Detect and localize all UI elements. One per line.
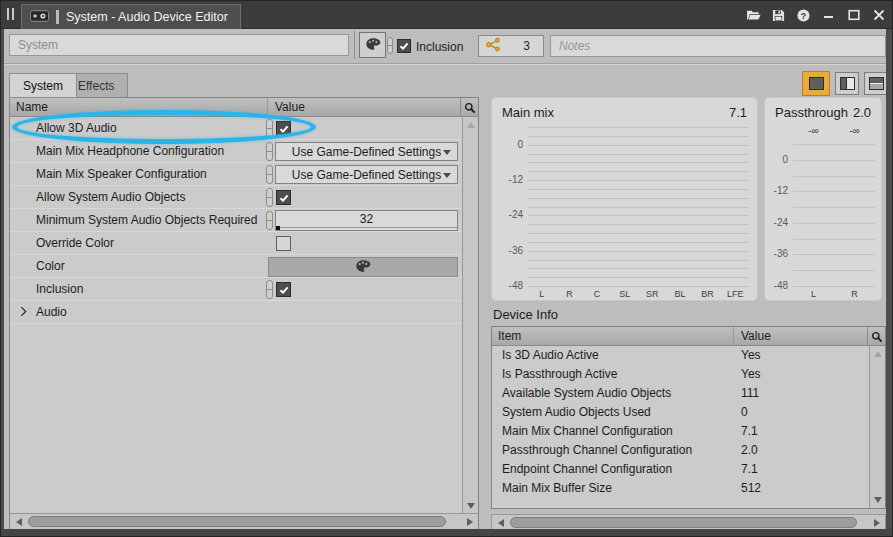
tab-system[interactable]: System — [9, 73, 77, 98]
property-number-field[interactable]: 32 — [275, 210, 458, 231]
color-value-button[interactable] — [268, 257, 458, 277]
maximize-icon[interactable] — [846, 8, 861, 23]
property-name: Audio — [36, 305, 67, 319]
property-row[interactable]: Main Mix Speaker ConfigurationUse Game-D… — [10, 163, 462, 186]
device-info-row: Passthrough Channel Configuration2.0 — [492, 441, 869, 460]
search-button[interactable] — [867, 327, 885, 346]
property-row[interactable]: Inclusion — [10, 278, 462, 301]
search-button[interactable] — [460, 98, 478, 117]
open-folder-icon[interactable] — [746, 8, 761, 23]
meter-gridline — [528, 162, 749, 163]
meter-title: Passthrough — [775, 105, 848, 120]
meter-gridline — [528, 180, 749, 181]
expand-chevron-icon[interactable] — [20, 306, 27, 320]
property-checkbox[interactable] — [276, 236, 291, 251]
scroll-down-button[interactable] — [870, 492, 885, 507]
device-info-item: System Audio Objects Used — [502, 405, 651, 419]
value-splitter-grip[interactable] — [266, 119, 273, 138]
value-splitter-grip[interactable] — [266, 165, 273, 184]
meter-gridline — [528, 207, 749, 208]
slider-track[interactable] — [276, 227, 457, 230]
scroll-up-button[interactable] — [463, 117, 478, 132]
value-splitter-grip[interactable] — [266, 211, 273, 230]
dock-grip[interactable] — [7, 8, 14, 20]
property-dropdown[interactable]: Use Game-Defined Settings — [275, 142, 458, 161]
meter-scale-label: -48 — [496, 280, 523, 291]
meter-gridline — [528, 136, 749, 137]
device-info-header: Item Value — [492, 327, 885, 346]
notes-field[interactable] — [550, 35, 886, 57]
inclusion-checkbox[interactable] — [397, 39, 411, 53]
device-info-value: Yes — [741, 348, 761, 362]
item-column-header[interactable]: Item — [498, 329, 521, 343]
name-column-header[interactable]: Name — [16, 100, 48, 114]
object-name-field[interactable] — [9, 34, 349, 56]
properties-header: Name Value — [10, 98, 478, 117]
property-row[interactable]: Audio — [10, 301, 462, 324]
property-name: Main Mix Speaker Configuration — [36, 167, 207, 181]
meter-channel-label: SL — [611, 289, 639, 299]
slider-position — [276, 226, 280, 230]
meter-gridline — [793, 207, 875, 208]
horizontal-scroll-thumb[interactable] — [510, 517, 857, 528]
window-frame — [886, 29, 892, 536]
property-row[interactable]: Minimum System Audio Objects Required32 — [10, 209, 462, 232]
property-name: Override Color — [36, 236, 114, 250]
device-info-title: Device Info — [493, 307, 558, 322]
layout-split-vertical-button[interactable] — [835, 72, 859, 95]
meter-gridline — [528, 215, 749, 216]
property-row[interactable]: Allow 3D Audio — [10, 117, 462, 140]
scroll-right-button[interactable] — [869, 515, 884, 530]
scroll-right-button[interactable] — [462, 514, 477, 529]
meter-gridline — [528, 260, 749, 261]
scroll-left-button[interactable] — [493, 515, 508, 530]
property-name: Allow System Audio Objects — [36, 190, 185, 204]
properties-panel: Name Value Allow 3D AudioMain Mix Headph… — [9, 97, 479, 530]
scroll-up-button[interactable] — [870, 346, 885, 361]
scroll-down-button[interactable] — [463, 498, 478, 513]
horizontal-scroll-thumb[interactable] — [28, 516, 446, 527]
column-divider[interactable] — [267, 98, 268, 117]
device-info-value: Yes — [741, 367, 761, 381]
scroll-left-button[interactable] — [11, 514, 26, 529]
value-splitter-grip[interactable] — [266, 280, 273, 299]
property-dropdown[interactable]: Use Game-Defined Settings — [275, 165, 458, 184]
chevron-down-icon — [443, 150, 451, 155]
meter-scale-label: -36 — [496, 245, 523, 256]
meter-gridline — [793, 223, 875, 224]
layout-split-horizontal-button[interactable] — [864, 72, 888, 95]
vertical-scrollbar[interactable] — [462, 117, 478, 513]
chevron-down-icon — [443, 173, 451, 178]
property-row[interactable]: Allow System Audio Objects — [10, 186, 462, 209]
device-info-row: Is Passthrough ActiveYes — [492, 365, 869, 384]
close-icon[interactable] — [871, 8, 886, 23]
horizontal-scrollbar[interactable] — [491, 514, 886, 530]
minimize-icon[interactable] — [821, 8, 836, 23]
layout-single-pane-button[interactable] — [802, 71, 830, 96]
help-icon[interactable]: ? — [796, 8, 811, 23]
window-frame — [1, 529, 892, 536]
vertical-scrollbar[interactable] — [869, 346, 885, 508]
property-checkbox[interactable] — [276, 282, 291, 297]
meter-gridline — [528, 127, 749, 128]
splitter-grip[interactable] — [387, 37, 393, 54]
property-row[interactable]: Main Mix Headphone ConfigurationUse Game… — [10, 140, 462, 163]
color-palette-button[interactable] — [359, 32, 386, 58]
property-row[interactable]: Color — [10, 255, 462, 278]
property-checkbox[interactable] — [276, 121, 291, 136]
value-splitter-grip[interactable] — [266, 142, 273, 161]
value-column-header[interactable]: Value — [275, 100, 305, 114]
device-info-row: Available System Audio Objects111 — [492, 384, 869, 403]
dropdown-value: Use Game-Defined Settings — [292, 168, 441, 182]
meter-gridline — [793, 176, 875, 177]
sharesets-button[interactable]: 3 — [478, 35, 544, 57]
save-icon[interactable] — [771, 8, 786, 23]
property-row[interactable]: Override Color — [10, 232, 462, 255]
column-divider[interactable] — [733, 327, 734, 346]
property-checkbox[interactable] — [276, 190, 291, 205]
horizontal-scrollbar[interactable] — [10, 513, 478, 529]
value-splitter-grip[interactable] — [266, 188, 273, 207]
meter-gridline — [793, 286, 875, 287]
editor-tab[interactable]: System - Audio Device Editor — [21, 4, 241, 29]
value-column-header[interactable]: Value — [741, 329, 771, 343]
